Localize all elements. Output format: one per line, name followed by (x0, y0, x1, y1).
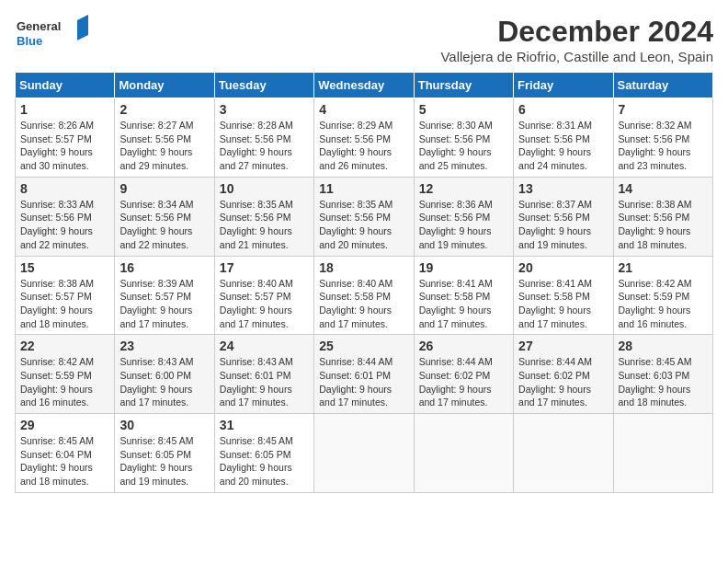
table-row: 27 Sunrise: 8:44 AMSunset: 6:02 PMDaylig… (514, 335, 613, 414)
day-number: 21 (619, 260, 708, 275)
table-row: 23 Sunrise: 8:43 AMSunset: 6:00 PMDaylig… (115, 335, 214, 414)
day-number: 20 (518, 260, 608, 275)
calendar-week-row: 8 Sunrise: 8:33 AMSunset: 5:56 PMDayligh… (16, 177, 713, 256)
table-row: 3 Sunrise: 8:28 AMSunset: 5:56 PMDayligh… (214, 98, 313, 178)
day-number: 7 (619, 102, 708, 117)
col-wednesday: Wednesday (314, 73, 414, 98)
table-row: 18 Sunrise: 8:40 AMSunset: 5:58 PMDaylig… (314, 256, 414, 335)
day-info: Sunrise: 8:45 AMSunset: 6:04 PMDaylight:… (20, 434, 109, 488)
day-info: Sunrise: 8:26 AMSunset: 5:57 PMDaylight:… (20, 119, 109, 173)
table-row: 1 Sunrise: 8:26 AMSunset: 5:57 PMDayligh… (16, 98, 115, 178)
calendar-week-row: 22 Sunrise: 8:42 AMSunset: 5:59 PMDaylig… (16, 335, 713, 414)
day-number: 11 (319, 181, 408, 196)
table-row: 17 Sunrise: 8:40 AMSunset: 5:57 PMDaylig… (214, 256, 313, 335)
page-header: General Blue December 2024 Vallejera de … (15, 15, 713, 64)
calendar-subtitle: Vallejera de Riofrio, Castille and Leon,… (440, 49, 713, 64)
day-info: Sunrise: 8:40 AMSunset: 5:58 PMDaylight:… (319, 277, 408, 331)
svg-text:General: General (17, 19, 61, 33)
calendar-table: Sunday Monday Tuesday Wednesday Thursday… (15, 72, 713, 493)
calendar-title: December 2024 (440, 15, 713, 49)
day-info: Sunrise: 8:38 AMSunset: 5:56 PMDaylight:… (619, 198, 708, 252)
table-row: 24 Sunrise: 8:43 AMSunset: 6:01 PMDaylig… (214, 335, 313, 414)
calendar-week-row: 15 Sunrise: 8:38 AMSunset: 5:57 PMDaylig… (16, 256, 713, 335)
day-info: Sunrise: 8:39 AMSunset: 5:57 PMDaylight:… (119, 277, 209, 331)
table-row: 13 Sunrise: 8:37 AMSunset: 5:56 PMDaylig… (514, 177, 613, 256)
general-blue-logo: General Blue (15, 15, 88, 52)
table-row: 29 Sunrise: 8:45 AMSunset: 6:04 PMDaylig… (16, 414, 115, 493)
table-row: 25 Sunrise: 8:44 AMSunset: 6:01 PMDaylig… (314, 335, 414, 414)
day-number: 26 (419, 339, 508, 353)
table-row (314, 414, 414, 493)
table-row: 26 Sunrise: 8:44 AMSunset: 6:02 PMDaylig… (414, 335, 513, 414)
day-number: 15 (20, 260, 109, 275)
day-info: Sunrise: 8:44 AMSunset: 6:02 PMDaylight:… (518, 355, 608, 409)
day-number: 19 (419, 260, 508, 275)
day-number: 3 (220, 102, 309, 117)
day-info: Sunrise: 8:42 AMSunset: 5:59 PMDaylight:… (619, 277, 708, 331)
day-number: 27 (518, 339, 608, 353)
table-row: 19 Sunrise: 8:41 AMSunset: 5:58 PMDaylig… (414, 256, 513, 335)
day-info: Sunrise: 8:43 AMSunset: 6:00 PMDaylight:… (119, 355, 209, 409)
day-info: Sunrise: 8:38 AMSunset: 5:57 PMDaylight:… (20, 277, 109, 331)
day-info: Sunrise: 8:45 AMSunset: 6:03 PMDaylight:… (619, 355, 708, 409)
day-info: Sunrise: 8:35 AMSunset: 5:56 PMDaylight:… (319, 198, 408, 252)
day-number: 5 (419, 102, 508, 117)
day-number: 6 (518, 102, 608, 117)
table-row: 2 Sunrise: 8:27 AMSunset: 5:56 PMDayligh… (115, 98, 214, 178)
table-row: 12 Sunrise: 8:36 AMSunset: 5:56 PMDaylig… (414, 177, 513, 256)
day-info: Sunrise: 8:41 AMSunset: 5:58 PMDaylight:… (518, 277, 608, 331)
day-info: Sunrise: 8:27 AMSunset: 5:56 PMDaylight:… (119, 119, 209, 173)
day-info: Sunrise: 8:33 AMSunset: 5:56 PMDaylight:… (20, 198, 109, 252)
table-row: 14 Sunrise: 8:38 AMSunset: 5:56 PMDaylig… (613, 177, 712, 256)
col-friday: Friday (514, 73, 613, 98)
table-row: 5 Sunrise: 8:30 AMSunset: 5:56 PMDayligh… (414, 98, 513, 178)
table-row: 10 Sunrise: 8:35 AMSunset: 5:56 PMDaylig… (214, 177, 313, 256)
table-row: 16 Sunrise: 8:39 AMSunset: 5:57 PMDaylig… (115, 256, 214, 335)
day-info: Sunrise: 8:45 AMSunset: 6:05 PMDaylight:… (220, 434, 309, 488)
table-row: 21 Sunrise: 8:42 AMSunset: 5:59 PMDaylig… (613, 256, 712, 335)
table-row: 4 Sunrise: 8:29 AMSunset: 5:56 PMDayligh… (314, 98, 414, 178)
day-number: 25 (319, 339, 408, 353)
day-number: 12 (419, 181, 508, 196)
calendar-week-row: 1 Sunrise: 8:26 AMSunset: 5:57 PMDayligh… (16, 98, 713, 178)
day-number: 31 (220, 418, 309, 432)
day-info: Sunrise: 8:43 AMSunset: 6:01 PMDaylight:… (220, 355, 309, 409)
day-info: Sunrise: 8:30 AMSunset: 5:56 PMDaylight:… (419, 119, 508, 173)
table-row: 9 Sunrise: 8:34 AMSunset: 5:56 PMDayligh… (115, 177, 214, 256)
day-number: 8 (20, 181, 109, 196)
day-info: Sunrise: 8:32 AMSunset: 5:56 PMDaylight:… (619, 119, 708, 173)
calendar-week-row: 29 Sunrise: 8:45 AMSunset: 6:04 PMDaylig… (16, 414, 713, 493)
day-info: Sunrise: 8:36 AMSunset: 5:56 PMDaylight:… (419, 198, 508, 252)
day-number: 24 (220, 339, 309, 353)
day-number: 1 (20, 102, 109, 117)
table-row: 11 Sunrise: 8:35 AMSunset: 5:56 PMDaylig… (314, 177, 414, 256)
day-number: 17 (220, 260, 309, 275)
table-row: 7 Sunrise: 8:32 AMSunset: 5:56 PMDayligh… (613, 98, 712, 178)
table-row: 15 Sunrise: 8:38 AMSunset: 5:57 PMDaylig… (16, 256, 115, 335)
day-number: 28 (619, 339, 708, 353)
table-row: 6 Sunrise: 8:31 AMSunset: 5:56 PMDayligh… (514, 98, 613, 178)
table-row: 28 Sunrise: 8:45 AMSunset: 6:03 PMDaylig… (613, 335, 712, 414)
day-number: 18 (319, 260, 408, 275)
title-area: December 2024 Vallejera de Riofrio, Cast… (440, 15, 713, 64)
day-info: Sunrise: 8:42 AMSunset: 5:59 PMDaylight:… (20, 355, 109, 409)
col-saturday: Saturday (613, 73, 712, 98)
calendar-header-row: Sunday Monday Tuesday Wednesday Thursday… (16, 73, 713, 98)
day-info: Sunrise: 8:35 AMSunset: 5:56 PMDaylight:… (220, 198, 309, 252)
day-info: Sunrise: 8:29 AMSunset: 5:56 PMDaylight:… (319, 119, 408, 173)
day-number: 29 (20, 418, 109, 432)
day-info: Sunrise: 8:40 AMSunset: 5:57 PMDaylight:… (220, 277, 309, 331)
day-number: 22 (20, 339, 109, 353)
table-row: 31 Sunrise: 8:45 AMSunset: 6:05 PMDaylig… (214, 414, 313, 493)
svg-text:Blue: Blue (17, 34, 42, 48)
col-monday: Monday (115, 73, 214, 98)
table-row: 20 Sunrise: 8:41 AMSunset: 5:58 PMDaylig… (514, 256, 613, 335)
day-info: Sunrise: 8:37 AMSunset: 5:56 PMDaylight:… (518, 198, 608, 252)
logo: General Blue (15, 15, 88, 52)
table-row (414, 414, 513, 493)
day-info: Sunrise: 8:44 AMSunset: 6:01 PMDaylight:… (319, 355, 408, 409)
col-tuesday: Tuesday (214, 73, 313, 98)
day-number: 14 (619, 181, 708, 196)
day-number: 30 (119, 418, 209, 432)
day-number: 4 (319, 102, 408, 117)
